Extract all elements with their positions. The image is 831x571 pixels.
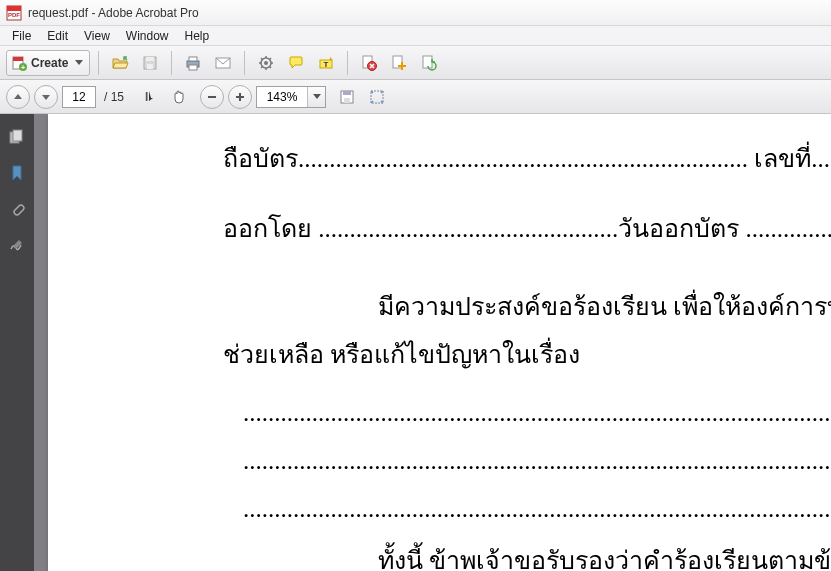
signatures-panel-button[interactable] [6, 234, 28, 256]
highlight-button[interactable]: T [313, 50, 339, 76]
next-page-button[interactable] [34, 85, 58, 109]
print-button[interactable] [180, 50, 206, 76]
add-page-button[interactable] [386, 50, 412, 76]
doc-text-line: ถือบัตร.................................… [48, 144, 831, 174]
svg-point-15 [264, 61, 268, 65]
speech-bubble-icon [287, 54, 305, 72]
chevron-down-icon [75, 60, 83, 65]
svg-rect-36 [344, 98, 350, 103]
menu-edit[interactable]: Edit [39, 27, 76, 45]
save-copy-button[interactable] [334, 84, 360, 110]
doc-text-line: ทั้งนี้ ข้าพเจ้าขอรับรองว่าคำร้องเรียนตา… [48, 546, 831, 571]
menu-view[interactable]: View [76, 27, 118, 45]
svg-rect-1 [7, 6, 21, 11]
svg-rect-33 [239, 93, 241, 101]
cursor-text-icon: I [140, 88, 158, 106]
folder-open-icon [111, 54, 129, 72]
envelope-icon [214, 54, 232, 72]
create-label: Create [31, 56, 68, 70]
printer-icon [184, 54, 202, 72]
svg-text:I: I [145, 90, 148, 104]
signature-icon [8, 236, 26, 254]
create-pdf-icon: + [11, 55, 27, 71]
doc-text-line: ช่วยเหลือ หรือแก้ไขปัญหาในเรื่อง [48, 340, 831, 370]
arrow-down-icon [40, 91, 52, 103]
page-add-icon [390, 54, 408, 72]
plus-icon [234, 91, 246, 103]
nav-toolbar: / 15 I 143% [0, 80, 831, 114]
document-viewport[interactable]: ถือบัตร.................................… [34, 114, 831, 571]
pages-icon [8, 128, 26, 146]
menu-window[interactable]: Window [118, 27, 177, 45]
zoom-out-button[interactable] [200, 85, 224, 109]
svg-line-22 [270, 58, 272, 60]
thumbnails-panel-button[interactable] [6, 126, 28, 148]
main-area: ถือบัตร.................................… [0, 114, 831, 571]
zoom-dropdown-icon[interactable] [307, 87, 325, 107]
settings-button[interactable] [253, 50, 279, 76]
zoom-value: 143% [257, 90, 307, 104]
prev-page-button[interactable] [6, 85, 30, 109]
svg-rect-4 [13, 57, 23, 61]
svg-text:+: + [21, 63, 25, 70]
doc-text-line: ........................................… [48, 494, 831, 524]
email-button[interactable] [210, 50, 236, 76]
page-delete-icon [360, 54, 378, 72]
arrow-up-icon [12, 91, 24, 103]
attachments-panel-button[interactable] [6, 198, 28, 220]
hand-icon [170, 88, 188, 106]
pdf-page: ถือบัตร.................................… [48, 114, 831, 571]
open-button[interactable] [107, 50, 133, 76]
doc-text-line: ออกโดย .................................… [48, 214, 831, 244]
bookmark-icon [9, 164, 25, 182]
doc-text-line: ........................................… [48, 398, 831, 428]
save-disk-icon [338, 88, 356, 106]
paperclip-icon [9, 200, 25, 218]
menu-bar: File Edit View Window Help [0, 26, 831, 46]
svg-rect-8 [146, 57, 154, 61]
zoom-select[interactable]: 143% [256, 86, 326, 108]
menu-help[interactable]: Help [177, 27, 218, 45]
zoom-in-button[interactable] [228, 85, 252, 109]
svg-text:PDF: PDF [8, 12, 20, 18]
gear-icon [257, 54, 275, 72]
svg-rect-11 [189, 57, 197, 61]
side-panel [0, 114, 34, 571]
hand-tool-button[interactable] [166, 84, 192, 110]
page-number-input[interactable] [62, 86, 96, 108]
select-tool-button[interactable]: I [136, 84, 162, 110]
menu-file[interactable]: File [4, 27, 39, 45]
comment-button[interactable] [283, 50, 309, 76]
refresh-page-button[interactable] [416, 50, 442, 76]
window-title: request.pdf - Adobe Acrobat Pro [28, 6, 199, 20]
doc-text-line: ........................................… [48, 446, 831, 476]
save-icon [141, 54, 159, 72]
svg-rect-35 [343, 91, 351, 95]
svg-rect-12 [189, 65, 197, 70]
delete-page-button[interactable] [356, 50, 382, 76]
minus-icon [206, 91, 218, 103]
bookmarks-panel-button[interactable] [6, 162, 28, 184]
highlight-text-icon: T [317, 54, 335, 72]
svg-text:T: T [324, 59, 329, 68]
svg-line-20 [261, 58, 263, 60]
svg-line-23 [261, 66, 263, 68]
save-button[interactable] [137, 50, 163, 76]
svg-rect-39 [13, 130, 22, 141]
main-toolbar: + Create [0, 46, 831, 80]
fit-page-icon [368, 88, 386, 106]
page-total-label: / 15 [104, 90, 124, 104]
page-refresh-icon [420, 54, 438, 72]
doc-text-line: มีความประสงค์ขอร้องเรียน เพื่อให้องค์การ… [48, 292, 831, 322]
fit-page-button[interactable] [364, 84, 390, 110]
title-bar: PDF request.pdf - Adobe Acrobat Pro [0, 0, 831, 26]
svg-line-21 [270, 66, 272, 68]
pdf-icon: PDF [6, 5, 22, 21]
svg-rect-31 [208, 96, 216, 98]
svg-rect-9 [147, 64, 153, 69]
create-button[interactable]: + Create [6, 50, 90, 76]
